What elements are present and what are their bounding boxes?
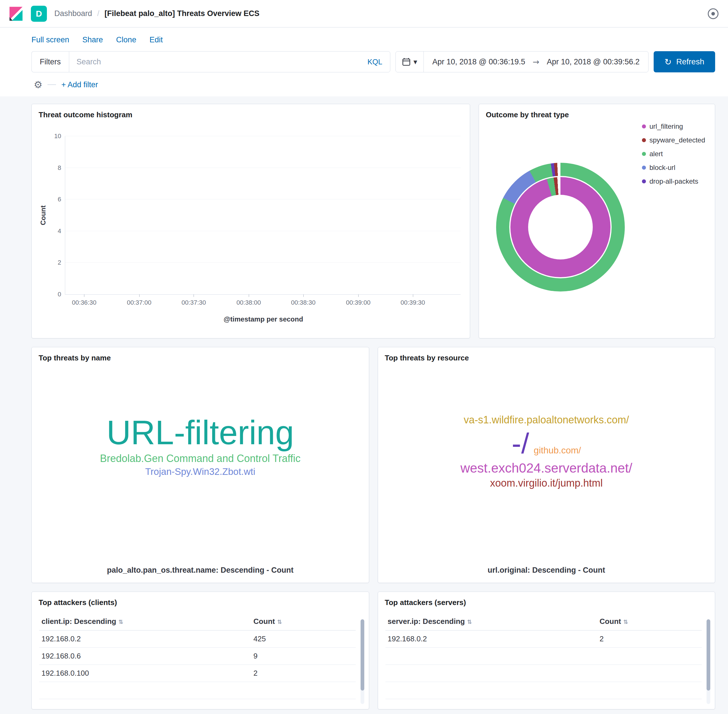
gear-icon[interactable]: ⚙ (34, 80, 42, 90)
share-link[interactable]: Share (82, 36, 103, 44)
histogram-bars[interactable] (72, 136, 460, 294)
search-group: Filters KQL (31, 51, 390, 72)
space-badge[interactable]: D (31, 6, 47, 22)
donut-inner-ring[interactable] (511, 177, 611, 277)
cell-empty (597, 682, 702, 699)
date-from[interactable]: Apr 10, 2018 @ 00:36:19.5 (432, 57, 525, 66)
clone-link[interactable]: Clone (116, 36, 136, 44)
filters-button[interactable]: Filters (31, 51, 69, 72)
tag-cloud-line: va-s1.wildfire.paloaltonetworks.com/ (464, 414, 629, 426)
tag-cloud-term[interactable]: va-s1.wildfire.paloaltonetworks.com/ (464, 414, 629, 426)
column-header[interactable]: client.ip: Descending⇅ (39, 613, 251, 630)
full-screen-link[interactable]: Full screen (31, 36, 69, 44)
cell-empty (597, 648, 702, 665)
kibana-logo-icon[interactable] (9, 6, 24, 21)
table-row: 192.168.0.22 (385, 630, 702, 648)
breadcrumb-dashboard-link[interactable]: Dashboard (54, 9, 92, 18)
tag-cloud-term[interactable]: URL-filtering (106, 414, 294, 451)
column-header[interactable]: server.ip: Descending⇅ (385, 613, 597, 630)
cell-ip[interactable]: 192.168.0.2 (385, 630, 597, 648)
column-header-label: Count (600, 617, 621, 626)
dashboard-row-1: Threat outcome histogram Count 024681000… (31, 104, 715, 338)
tag-cloud-threat-resources: va-s1.wildfire.paloaltonetworks.com/-/gi… (378, 414, 715, 489)
panel-outcome-by-threat-type: Outcome by threat type url_filteringspyw… (479, 104, 715, 338)
tag-cloud-term[interactable]: Bredolab.Gen Command and Control Traffic (100, 453, 301, 464)
viz-caption: palo_alto.pan_os.threat.name: Descending… (32, 566, 369, 575)
arrow-right-icon: → (533, 57, 539, 67)
tag-cloud-term[interactable]: Trojan-Spy.Win32.Zbot.wti (145, 466, 255, 477)
x-tick-label: 00:39:00 (346, 299, 371, 306)
add-filter-link[interactable]: + Add filter (61, 80, 98, 89)
cell-count[interactable]: 2 (251, 665, 355, 682)
dashboard-menu: Full screen Share Clone Edit (0, 27, 728, 46)
legend-item[interactable]: alert (642, 150, 705, 158)
breadcrumb: Dashboard / [Filebeat palo_alto] Threats… (54, 9, 259, 18)
legend-item[interactable]: spyware_detected (642, 136, 705, 144)
column-header-label: server.ip: Descending (388, 617, 465, 626)
x-tick-label: 00:38:30 (291, 299, 316, 306)
search-input[interactable] (69, 51, 390, 72)
servers-table-wrap: server.ip: Descending⇅Count⇅192.168.0.22 (385, 613, 702, 710)
column-header[interactable]: Count⇅ (251, 613, 355, 630)
cell-empty (39, 699, 251, 710)
legend-label: alert (649, 150, 663, 158)
panel-top-attackers-clients: Top attackers (clients) client.ip: Desce… (31, 592, 369, 710)
panel-title: Outcome by threat type (486, 110, 715, 119)
x-tick-mark (139, 294, 139, 297)
refresh-button[interactable]: ↻ Refresh (654, 51, 715, 72)
donut-legend: url_filteringspyware_detectedalertblock-… (642, 122, 705, 185)
cell-count[interactable]: 425 (251, 630, 355, 648)
cell-ip[interactable]: 192.168.0.6 (39, 648, 251, 665)
tag-cloud-term[interactable]: -/ (512, 428, 529, 459)
edit-link[interactable]: Edit (150, 36, 163, 44)
legend-label: spyware_detected (649, 136, 705, 144)
x-tick-mark (358, 294, 359, 297)
cell-ip[interactable]: 192.168.0.2 (39, 630, 251, 648)
search-field-wrap: KQL (69, 51, 390, 72)
dashboard-grid: Threat outcome histogram Count 024681000… (0, 96, 728, 714)
column-header-label: Count (253, 617, 275, 626)
chevron-down-icon: ▾ (413, 57, 417, 66)
x-tick-label: 00:36:30 (72, 299, 97, 306)
tag-cloud-line: URL-filtering (106, 414, 294, 451)
cell-empty (385, 682, 597, 699)
cell-ip[interactable]: 192.168.0.100 (39, 665, 251, 682)
cell-count[interactable]: 2 (597, 630, 702, 648)
tag-cloud-term[interactable]: github.com/ (534, 446, 581, 455)
legend-dot (642, 138, 646, 142)
column-header[interactable]: Count⇅ (597, 613, 702, 630)
query-bar: Filters KQL ▾ Apr 10, 2018 @ 00:36:19.5 … (31, 51, 715, 72)
legend-item[interactable]: block-url (642, 164, 705, 172)
scrollbar-thumb[interactable] (707, 620, 710, 690)
legend-label: url_filtering (649, 122, 683, 130)
panel-top-threats-by-name: Top threats by name URL-filteringBredola… (31, 347, 369, 583)
tag-cloud-term[interactable]: west.exch024.serverdata.net/ (460, 461, 632, 476)
kql-button[interactable]: KQL (367, 57, 382, 66)
table-row-empty (39, 699, 356, 710)
x-tick-label: 00:37:30 (181, 299, 206, 306)
legend-item[interactable]: url_filtering (642, 122, 705, 130)
donut-chart (496, 163, 625, 291)
legend-item[interactable]: drop-all-packets (642, 177, 705, 185)
sort-icon: ⇅ (277, 618, 282, 626)
sort-icon: ⇅ (623, 618, 628, 626)
date-to[interactable]: Apr 10, 2018 @ 00:39:56.2 (547, 57, 640, 66)
donut-outer-ring[interactable] (496, 163, 625, 291)
date-picker-menu-button[interactable]: ▾ (396, 51, 424, 72)
date-picker: ▾ Apr 10, 2018 @ 00:36:19.5 → Apr 10, 20… (395, 51, 649, 72)
tag-cloud-term[interactable]: xoom.virgilio.it/jump.html (490, 478, 603, 489)
x-tick-mark (303, 294, 304, 297)
calendar-icon (402, 57, 410, 66)
gridline (65, 199, 461, 200)
help-icon[interactable] (707, 8, 719, 20)
table-row: 192.168.0.69 (39, 648, 356, 665)
cell-empty (385, 648, 597, 665)
refresh-label: Refresh (676, 57, 704, 66)
panel-top-threats-by-resource: Top threats by resource va-s1.wildfire.p… (378, 347, 715, 583)
legend-dot (642, 124, 646, 129)
legend-dot (642, 179, 646, 183)
scrollbar-thumb[interactable] (361, 620, 364, 690)
servers-table: server.ip: Descending⇅Count⇅192.168.0.22 (385, 613, 702, 710)
legend-dot (642, 166, 646, 170)
cell-count[interactable]: 9 (251, 648, 355, 665)
